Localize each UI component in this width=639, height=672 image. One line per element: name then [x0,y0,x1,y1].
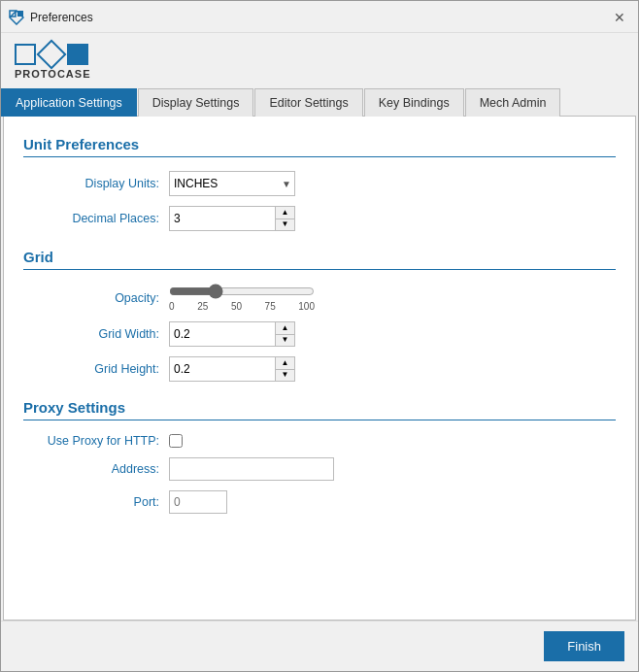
display-units-combo-wrapper: INCHES MM ▼ [169,171,295,196]
window-title: Preferences [30,11,93,24]
logo-text: PROTOCASE [15,68,90,80]
unit-preferences-section: Unit Preferences Display Units: INCHES M… [23,136,616,231]
grid-height-label: Grid Height: [33,362,159,376]
unit-preferences-divider [23,156,616,157]
address-label: Address: [33,462,159,476]
opacity-slider-labels: 0 25 50 75 100 [169,301,315,312]
use-proxy-checkbox[interactable] [169,434,183,448]
tab-application-settings[interactable]: Application Settings [1,88,137,117]
opacity-slider[interactable] [169,284,315,299]
grid-height-up-button[interactable]: ▲ [276,357,294,370]
opacity-slider-wrapper: 0 25 50 75 100 [169,284,315,312]
close-button[interactable]: ✕ [609,7,630,28]
decimal-places-down-button[interactable]: ▼ [276,219,294,231]
proxy-settings-section: Proxy Settings Use Proxy for HTTP: Addre… [23,399,616,514]
proxy-title: Proxy Settings [23,399,616,416]
logo-square [15,44,36,65]
grid-width-spinbox: ▲ ▼ [169,321,295,347]
opacity-label-0: 0 [169,301,175,312]
use-proxy-label: Use Proxy for HTTP: [33,434,159,448]
title-bar-left: Preferences [9,10,93,25]
address-input[interactable] [169,457,334,481]
display-units-row: Display Units: INCHES MM ▼ [33,171,616,196]
grid-height-down-button[interactable]: ▼ [276,370,294,382]
opacity-row: Opacity: 0 25 50 75 100 [33,284,616,312]
grid-title: Grid [23,249,616,265]
tab-display-settings[interactable]: Display Settings [138,88,254,117]
tab-mech-admin[interactable]: Mech Admin [465,88,561,117]
opacity-label-25: 25 [197,301,208,312]
grid-height-row: Grid Height: ▲ ▼ [33,356,616,382]
tabs-bar: Application Settings Display Settings Ed… [1,87,638,116]
opacity-label: Opacity: [33,291,159,305]
grid-width-down-button[interactable]: ▼ [276,335,294,347]
tab-key-bindings[interactable]: Key Bindings [364,88,464,117]
app-icon [9,10,24,25]
logo-area: PROTOCASE [1,33,638,87]
decimal-places-label: Decimal Places: [33,212,159,225]
opacity-label-100: 100 [298,301,315,312]
port-input[interactable] [169,490,227,514]
display-units-select[interactable]: INCHES MM [169,171,295,196]
grid-width-up-button[interactable]: ▲ [276,322,294,335]
logo-diamond-wrapper [40,43,63,66]
grid-height-spinbox: ▲ ▼ [169,356,295,382]
footer: Finish [1,621,638,671]
preferences-window: Preferences ✕ PROTOCASE Application Sett… [0,0,639,672]
grid-divider [23,269,616,270]
logo-shapes [15,43,88,66]
use-proxy-row: Use Proxy for HTTP: [33,434,616,448]
decimal-places-spinbox-buttons: ▲ ▼ [275,207,294,230]
tab-editor-settings[interactable]: Editor Settings [254,88,362,117]
title-bar: Preferences ✕ [1,1,638,33]
port-label: Port: [33,495,159,509]
address-row: Address: [33,457,616,481]
main-content: Unit Preferences Display Units: INCHES M… [3,116,636,621]
grid-section: Grid Opacity: 0 25 50 75 100 Grid Width: [23,249,616,382]
finish-button[interactable]: Finish [544,631,624,661]
opacity-label-75: 75 [265,301,276,312]
logo-diamond [36,39,66,69]
grid-width-spinbox-buttons: ▲ ▼ [275,322,294,346]
logo-square-filled [67,44,88,65]
grid-width-row: Grid Width: ▲ ▼ [33,321,616,347]
proxy-divider [23,420,616,420]
svg-rect-2 [17,11,23,17]
grid-height-spinbox-buttons: ▲ ▼ [275,357,294,381]
decimal-places-up-button[interactable]: ▲ [276,207,294,219]
display-units-label: Display Units: [33,177,159,190]
grid-height-input[interactable] [170,357,275,381]
decimal-places-spinbox: ▲ ▼ [169,206,295,231]
unit-preferences-title: Unit Preferences [23,136,616,152]
grid-width-input[interactable] [170,322,275,346]
opacity-label-50: 50 [231,301,242,312]
port-row: Port: [33,490,616,514]
decimal-places-input[interactable] [170,207,275,230]
decimal-places-row: Decimal Places: ▲ ▼ [33,206,616,231]
grid-width-label: Grid Width: [33,327,159,341]
